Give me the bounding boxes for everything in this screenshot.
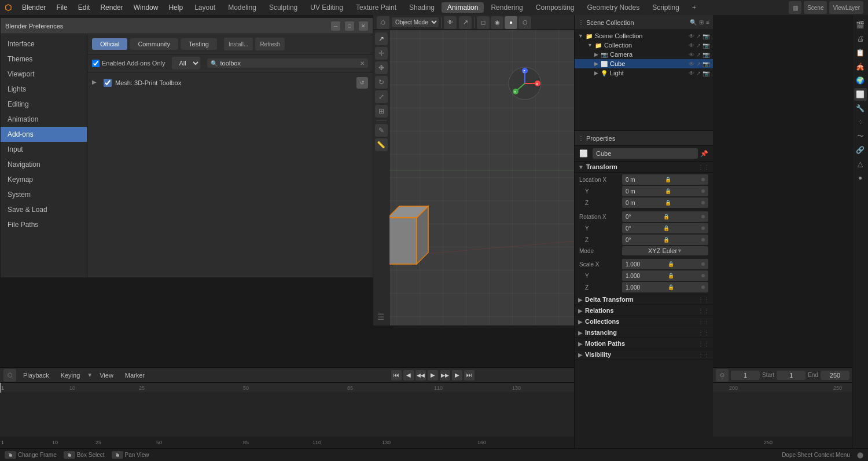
- jump-to-end-btn[interactable]: ⏭: [464, 370, 475, 380]
- instancing-header[interactable]: ▶ Instancing ⋮⋮: [575, 327, 713, 338]
- ws-compositing[interactable]: Compositing: [530, 2, 580, 13]
- marker-btn[interactable]: Marker: [120, 371, 149, 380]
- view-layer-selector[interactable]: ViewLayer: [829, 1, 863, 14]
- solid-shading-btn[interactable]: ◻: [477, 16, 490, 29]
- viewport-select-btn[interactable]: ↗: [459, 16, 472, 29]
- filter-community-btn[interactable]: Community: [130, 38, 178, 50]
- scale-y-value[interactable]: 1.000 🔒: [622, 270, 708, 281]
- measure-tool-btn[interactable]: 📏: [375, 138, 388, 151]
- menu-render[interactable]: Render: [95, 2, 127, 13]
- motion-paths-header[interactable]: ▶ Motion Paths ⋮⋮: [575, 338, 713, 349]
- cube-eye-icon[interactable]: 👁: [689, 61, 694, 67]
- move-tool-btn[interactable]: ✥: [375, 61, 388, 74]
- ws-modeling[interactable]: Modeling: [222, 2, 262, 13]
- toolbar-hamburger[interactable]: ☰: [375, 310, 388, 323]
- nav-system[interactable]: System: [1, 187, 87, 202]
- nav-interface[interactable]: Interface: [1, 36, 87, 52]
- scale-x-value[interactable]: 1.000 🔒: [622, 259, 708, 269]
- ws-geometry-nodes[interactable]: Geometry Nodes: [582, 2, 646, 13]
- nav-addons[interactable]: Add-ons: [1, 127, 87, 142]
- cube-render-icon[interactable]: 📷: [703, 61, 709, 67]
- location-y-value[interactable]: 0 m 🔒: [622, 186, 708, 196]
- ws-add[interactable]: +: [686, 2, 702, 13]
- relations-header[interactable]: ▶ Relations ⋮⋮: [575, 305, 713, 316]
- delta-transform-header[interactable]: ▶ Delta Transform ⋮⋮: [575, 294, 713, 305]
- view-layer-props-btn[interactable]: 📋: [854, 46, 867, 59]
- cam-eye-icon[interactable]: 👁: [689, 52, 694, 58]
- render-vis-icon[interactable]: 📷: [703, 33, 709, 39]
- rendered-shading-btn[interactable]: ●: [505, 16, 517, 29]
- col-eye-icon[interactable]: 👁: [689, 42, 694, 49]
- playback-btn[interactable]: Playback: [19, 371, 54, 380]
- nav-navigation[interactable]: Navigation: [1, 157, 87, 172]
- render-icon-btn[interactable]: ▥: [789, 1, 801, 14]
- play-back-btn[interactable]: ◀◀: [415, 370, 426, 380]
- nav-input[interactable]: Input: [1, 142, 87, 157]
- physics-props-btn[interactable]: 〜: [854, 130, 867, 142]
- rotate-tool-btn[interactable]: ↻: [375, 76, 388, 89]
- outliner-filter-icon[interactable]: ⊞: [699, 19, 704, 25]
- menu-window[interactable]: Window: [129, 2, 163, 13]
- output-props-btn[interactable]: 🖨: [854, 32, 867, 45]
- light-render-icon[interactable]: 📷: [703, 70, 709, 76]
- keying-btn[interactable]: Keying: [56, 371, 85, 380]
- eye-vis-icon[interactable]: 👁: [689, 33, 694, 39]
- keying-dropdown-icon[interactable]: ▼: [87, 372, 93, 378]
- current-frame-input[interactable]: [731, 371, 760, 380]
- rotation-mode-select[interactable]: XYZ Euler ▼: [622, 246, 708, 255]
- addon-expand-icon[interactable]: ▶: [92, 79, 100, 87]
- nav-animation[interactable]: Animation: [1, 112, 87, 127]
- nav-themes[interactable]: Themes: [1, 52, 87, 67]
- col-render-icon[interactable]: 📷: [703, 42, 709, 49]
- viewport-view-btn[interactable]: 👁: [444, 16, 457, 29]
- menu-help[interactable]: Help: [164, 2, 187, 13]
- menu-file[interactable]: File: [52, 2, 72, 13]
- ws-texture[interactable]: Texture Paint: [350, 2, 402, 13]
- ws-animation[interactable]: Animation: [442, 2, 484, 13]
- timeline-tracks[interactable]: 1 10 25 50 85 110 130 160 200 250: [0, 393, 868, 448]
- nav-lights[interactable]: Lights: [1, 82, 87, 97]
- nav-viewport[interactable]: Viewport: [1, 67, 87, 82]
- nav-editing[interactable]: Editing: [1, 97, 87, 112]
- ws-layout[interactable]: Layout: [189, 2, 221, 13]
- ws-uv[interactable]: UV Editing: [304, 2, 349, 13]
- outliner-scene-collection[interactable]: ▼ 📁 Scene Collection 👁 ↗ 📷: [575, 31, 713, 41]
- render-props-btn[interactable]: 🎬: [854, 19, 867, 31]
- obj-name-input[interactable]: [593, 148, 698, 159]
- outliner-camera[interactable]: ▶ 📷 Camera 👁 ↗ 📷: [575, 50, 713, 59]
- wireframe-shading-btn[interactable]: ⬡: [518, 16, 531, 29]
- scene-selector[interactable]: Scene: [804, 1, 827, 14]
- light-eye-icon[interactable]: 👁: [689, 70, 694, 76]
- view-btn[interactable]: View: [95, 371, 118, 380]
- addon-item-3dprint[interactable]: ▶ Mesh: 3D-Print Toolbox ↺: [87, 75, 373, 91]
- enabled-only-checkbox[interactable]: [92, 60, 100, 67]
- world-props-btn[interactable]: 🌍: [854, 74, 867, 87]
- ws-shading[interactable]: Shading: [403, 2, 440, 13]
- obj-pin-icon[interactable]: 📌: [700, 150, 708, 158]
- cube-select-icon[interactable]: ↗: [696, 61, 701, 67]
- end-frame-input[interactable]: [821, 371, 849, 380]
- cam-render-icon[interactable]: 📷: [703, 52, 709, 58]
- outliner-search-icon[interactable]: 🔍: [690, 19, 697, 25]
- filter-testing-btn[interactable]: Testing: [181, 38, 217, 50]
- nav-save-load[interactable]: Save & Load: [1, 202, 87, 217]
- nav-file-paths[interactable]: File Paths: [1, 217, 87, 232]
- viewport-mode-select[interactable]: Object Mode: [392, 17, 439, 27]
- select-vis-icon[interactable]: ↗: [696, 33, 701, 39]
- nav-keymap[interactable]: Keymap: [1, 172, 87, 187]
- filter-official-btn[interactable]: Official: [92, 38, 127, 50]
- addon-enabled-checkbox[interactable]: [104, 79, 112, 87]
- ws-scripting[interactable]: Scripting: [646, 2, 685, 13]
- install-btn[interactable]: Install...: [224, 38, 253, 50]
- viewport-mode-icon[interactable]: ⬡: [377, 16, 389, 29]
- col-select-icon[interactable]: ↗: [696, 42, 701, 49]
- particles-props-btn[interactable]: ⁘: [854, 116, 867, 129]
- keyframe-area[interactable]: 1 10 25 50 85 110 130 160 200 250 1 10 2…: [0, 383, 868, 448]
- cam-select-icon[interactable]: ↗: [696, 52, 701, 58]
- play-btn[interactable]: ▶: [428, 370, 438, 380]
- outliner-more-icon[interactable]: ≡: [706, 19, 709, 25]
- scene-props-btn[interactable]: 🎪: [854, 60, 867, 73]
- start-frame-input[interactable]: [777, 371, 806, 380]
- location-z-value[interactable]: 0 m 🔒: [622, 197, 708, 208]
- scale-tool-btn[interactable]: ⤢: [375, 90, 388, 103]
